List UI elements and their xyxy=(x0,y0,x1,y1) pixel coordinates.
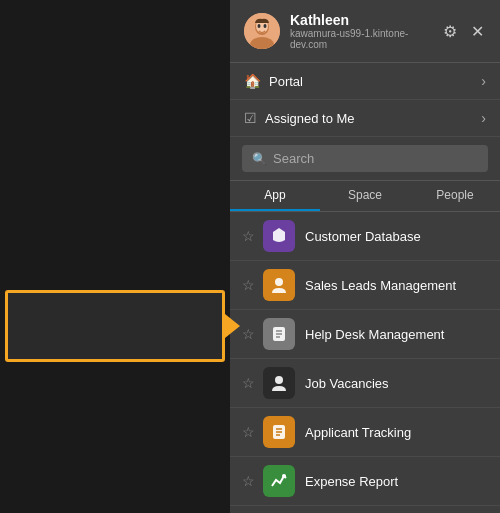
star-icon[interactable]: ☆ xyxy=(242,424,255,440)
list-item[interactable]: ☆ Help Desk Management xyxy=(230,310,500,359)
app-list: ☆ Customer Database ☆ Sales Leads Manage… xyxy=(230,212,500,513)
side-panel: Kathleen kawamura-us99-1.kintone-dev.com… xyxy=(230,0,500,513)
svg-point-5 xyxy=(264,24,267,28)
star-icon[interactable]: ☆ xyxy=(242,277,255,293)
app-icon xyxy=(263,367,295,399)
list-item[interactable]: ☆ Applicant Tracking xyxy=(230,408,500,457)
user-name: Kathleen xyxy=(290,12,441,28)
avatar xyxy=(244,13,280,49)
star-icon[interactable]: ☆ xyxy=(242,473,255,489)
list-item[interactable]: ☆ Sales Leads Management xyxy=(230,261,500,310)
star-icon[interactable]: ☆ xyxy=(242,326,255,342)
star-icon[interactable]: ☆ xyxy=(242,375,255,391)
list-item[interactable]: ☆ % Budget Management xyxy=(230,506,500,513)
svg-point-6 xyxy=(275,278,283,286)
tab-people[interactable]: People xyxy=(410,181,500,211)
user-domain: kawamura-us99-1.kintone-dev.com xyxy=(290,28,441,50)
app-name: Expense Report xyxy=(305,474,398,489)
highlight-box xyxy=(5,290,225,362)
assigned-label: Assigned to Me xyxy=(265,111,481,126)
portal-arrow-icon: › xyxy=(481,73,486,89)
tabs-row: App Space People xyxy=(230,181,500,212)
svg-point-4 xyxy=(258,24,261,28)
app-name: Customer Database xyxy=(305,229,421,244)
app-name: Job Vacancies xyxy=(305,376,389,391)
tab-space[interactable]: Space xyxy=(320,181,410,211)
home-icon: 🏠 xyxy=(244,73,261,89)
svg-point-11 xyxy=(275,376,283,384)
portal-label: Portal xyxy=(269,74,481,89)
app-icon xyxy=(263,416,295,448)
list-item[interactable]: ☆ Customer Database xyxy=(230,212,500,261)
app-name: Help Desk Management xyxy=(305,327,444,342)
app-icon xyxy=(263,220,295,252)
search-input[interactable] xyxy=(273,151,478,166)
svg-point-16 xyxy=(282,474,286,478)
portal-nav-item[interactable]: 🏠 Portal › xyxy=(230,63,500,100)
app-name: Applicant Tracking xyxy=(305,425,411,440)
user-header: Kathleen kawamura-us99-1.kintone-dev.com… xyxy=(230,0,500,63)
gear-button[interactable]: ⚙ xyxy=(441,20,459,43)
list-item[interactable]: ☆ Job Vacancies xyxy=(230,359,500,408)
tab-app[interactable]: App xyxy=(230,181,320,211)
assigned-nav-item[interactable]: ☑ Assigned to Me › xyxy=(230,100,500,137)
app-name: Sales Leads Management xyxy=(305,278,456,293)
check-icon: ☑ xyxy=(244,110,257,126)
search-container: 🔍 xyxy=(230,137,500,181)
search-icon: 🔍 xyxy=(252,152,267,166)
list-item[interactable]: ☆ Expense Report xyxy=(230,457,500,506)
close-button[interactable]: ✕ xyxy=(469,20,486,43)
user-info: Kathleen kawamura-us99-1.kintone-dev.com xyxy=(290,12,441,50)
app-icon xyxy=(263,318,295,350)
app-icon xyxy=(263,269,295,301)
assigned-arrow-icon: › xyxy=(481,110,486,126)
star-icon[interactable]: ☆ xyxy=(242,228,255,244)
app-icon xyxy=(263,465,295,497)
header-icons: ⚙ ✕ xyxy=(441,20,486,43)
highlight-arrow xyxy=(225,314,240,338)
search-bar: 🔍 xyxy=(242,145,488,172)
